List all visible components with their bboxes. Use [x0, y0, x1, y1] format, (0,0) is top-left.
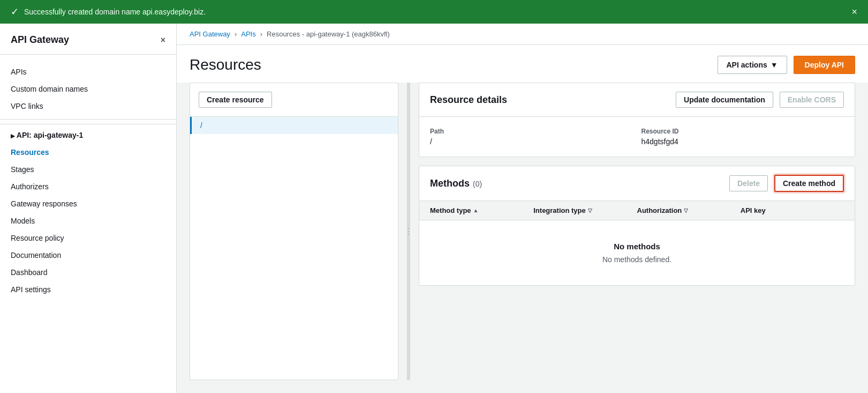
update-documentation-button[interactable]: Update documentation	[676, 92, 773, 108]
resource-id-value: h4dgtsfgd4	[641, 137, 844, 146]
sidebar-item-stages[interactable]: Stages	[0, 161, 176, 178]
methods-title-group: Methods (0)	[430, 178, 482, 189]
empty-title: No methods	[430, 242, 844, 251]
col-authorization[interactable]: Authorization ▽	[637, 206, 741, 214]
col-api-key[interactable]: API key	[741, 206, 844, 214]
resource-details-actions: Update documentation Enable CORS	[676, 92, 844, 108]
page-title: Resources	[190, 56, 261, 73]
panel-resizer[interactable]	[407, 83, 410, 380]
breadcrumb-apis[interactable]: APIs	[241, 30, 255, 38]
deploy-api-button[interactable]: Deploy API	[794, 56, 855, 74]
sidebar-item-resource-policy[interactable]: Resource policy	[0, 229, 176, 247]
main-content: API Gateway › APIs › Resources - api-gat…	[177, 24, 868, 393]
resource-details-body: Path / Resource ID h4dgtsfgd4	[419, 117, 855, 157]
methods-table: Method type ▲ Integration type ▽ Authori…	[419, 201, 855, 285]
methods-count-badge: (0)	[473, 180, 482, 188]
sidebar-item-dashboard[interactable]: Dashboard	[0, 264, 176, 281]
empty-desc: No methods defined.	[430, 255, 844, 264]
details-panel: Resource details Update documentation En…	[419, 83, 855, 380]
create-resource-button[interactable]: Create resource	[199, 92, 272, 108]
sort-integration-type-icon: ▽	[588, 207, 592, 213]
dropdown-arrow-icon: ▼	[771, 61, 778, 69]
sidebar-item-custom-domain-names[interactable]: Custom domain names	[0, 80, 176, 98]
sidebar-item-apis[interactable]: APIs	[0, 63, 176, 80]
methods-header-actions: Delete Create method	[729, 175, 844, 192]
sidebar-api-header[interactable]: API: api-gateway-1	[0, 124, 176, 144]
success-message: Successfully created domain name api.eas…	[24, 8, 206, 16]
sidebar-item-resources[interactable]: Resources	[0, 144, 176, 161]
breadcrumb: API Gateway › APIs › Resources - api-gat…	[177, 24, 868, 45]
detail-resource-id: Resource ID h4dgtsfgd4	[641, 128, 844, 146]
methods-empty-state: No methods No methods defined.	[419, 220, 855, 285]
enable-cors-button: Enable CORS	[780, 92, 844, 108]
success-banner: ✓ Successfully created domain name api.e…	[0, 0, 868, 24]
sidebar-item-gateway-responses[interactable]: Gateway responses	[0, 195, 176, 212]
breadcrumb-sep-1: ›	[235, 30, 237, 38]
methods-table-header: Method type ▲ Integration type ▽ Authori…	[419, 201, 855, 220]
create-method-button[interactable]: Create method	[774, 175, 844, 192]
resource-details-title: Resource details	[430, 94, 507, 106]
sort-authorization-icon: ▽	[684, 207, 688, 213]
detail-path: Path /	[430, 128, 633, 146]
sidebar-item-authorizers[interactable]: Authorizers	[0, 178, 176, 195]
methods-title: Methods	[430, 178, 470, 189]
col-method-type[interactable]: Method type ▲	[430, 206, 533, 214]
col-integration-type[interactable]: Integration type ▽	[533, 206, 637, 214]
methods-card: Methods (0) Delete Create method Method …	[419, 166, 855, 286]
sidebar: API Gateway × APIs Custom domain names V…	[0, 24, 177, 393]
page-header: Resources API actions ▼ Deploy API	[177, 45, 868, 83]
breadcrumb-api-gateway[interactable]: API Gateway	[190, 30, 230, 38]
resource-details-header: Resource details Update documentation En…	[419, 83, 855, 117]
detail-grid: Path / Resource ID h4dgtsfgd4	[430, 128, 844, 146]
methods-header: Methods (0) Delete Create method	[419, 166, 855, 201]
path-value: /	[430, 137, 633, 146]
resource-tree: /	[190, 117, 398, 380]
sidebar-close-icon[interactable]: ×	[161, 35, 165, 45]
resource-id-label: Resource ID	[641, 128, 844, 135]
sidebar-title: API Gateway ×	[0, 34, 176, 55]
resource-details-card: Resource details Update documentation En…	[419, 83, 855, 157]
api-actions-button[interactable]: API actions ▼	[718, 56, 787, 74]
path-label: Path	[430, 128, 633, 135]
sidebar-item-documentation[interactable]: Documentation	[0, 247, 176, 264]
resource-item-root[interactable]: /	[190, 117, 398, 134]
delete-method-button: Delete	[729, 175, 768, 191]
content-area: Create resource / Resource details Updat…	[177, 83, 868, 393]
breadcrumb-sep-2: ›	[260, 30, 262, 38]
banner-close-button[interactable]: ×	[851, 6, 857, 18]
resources-panel: Create resource /	[190, 83, 398, 380]
header-actions: API actions ▼ Deploy API	[718, 56, 856, 74]
breadcrumb-current: Resources - api-gateway-1 (eagk86kvfl)	[267, 30, 390, 38]
sidebar-item-vpc-links[interactable]: VPC links	[0, 98, 176, 115]
sidebar-item-api-settings[interactable]: API settings	[0, 281, 176, 298]
check-icon: ✓	[11, 6, 19, 18]
resources-toolbar: Create resource	[190, 83, 398, 117]
sidebar-item-models[interactable]: Models	[0, 212, 176, 229]
sort-method-type-icon: ▲	[473, 207, 479, 213]
